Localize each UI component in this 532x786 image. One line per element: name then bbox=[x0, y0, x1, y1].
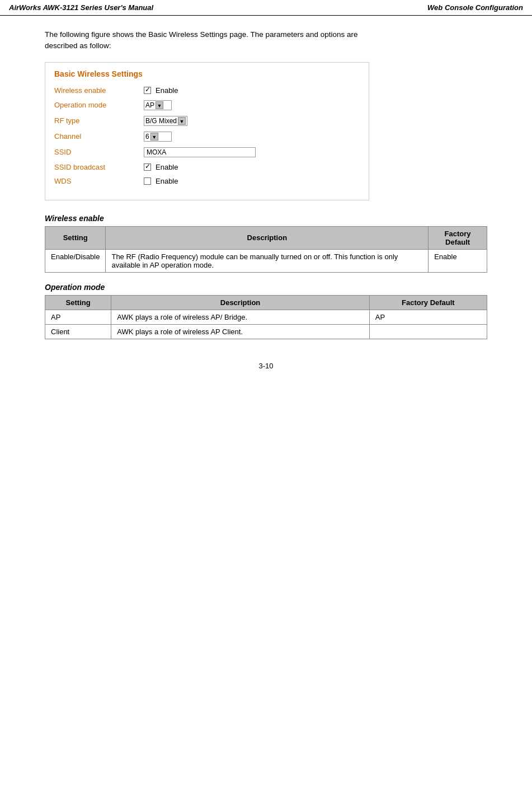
om-setting-cell: Client bbox=[45, 324, 111, 339]
ssid-row: SSID bbox=[54, 147, 360, 157]
om-description-cell: AWK plays a role of wireless AP/ Bridge. bbox=[111, 310, 370, 324]
we-col-description: Description bbox=[106, 226, 429, 249]
om-col-setting: Setting bbox=[45, 295, 111, 310]
wireless-enable-row: Wireless enable Enable bbox=[54, 86, 360, 95]
om-col-description: Description bbox=[111, 295, 370, 310]
ssid-broadcast-row: SSID broadcast Enable bbox=[54, 163, 360, 171]
wds-row: WDS Enable bbox=[54, 177, 360, 185]
wds-value: Enable bbox=[144, 177, 178, 185]
header-left: AirWorks AWK-3121 Series User's Manual bbox=[9, 3, 153, 12]
operation-mode-select[interactable]: AP ▼ bbox=[144, 100, 172, 110]
operation-mode-row: Operation mode AP ▼ bbox=[54, 100, 360, 110]
header-right: Web Console Configuration bbox=[427, 3, 523, 12]
channel-label: Channel bbox=[54, 132, 144, 141]
we-col-setting: Setting bbox=[45, 226, 106, 249]
om-header-row: Setting Description Factory Default bbox=[45, 295, 487, 310]
ssid-broadcast-checkbox[interactable] bbox=[144, 163, 151, 171]
wireless-enable-section-heading: Wireless enable bbox=[45, 214, 487, 223]
rf-type-label: RF type bbox=[54, 116, 144, 125]
rf-type-select[interactable]: B/G Mixed ▼ bbox=[144, 116, 187, 126]
we-factory-cell: Enable bbox=[429, 249, 487, 272]
om-col-factory: Factory Default bbox=[369, 295, 487, 310]
wireless-enable-text: Enable bbox=[156, 86, 178, 95]
we-col-factory: Factory Default bbox=[429, 226, 487, 249]
wds-text: Enable bbox=[156, 177, 178, 185]
om-factory-cell: AP bbox=[369, 310, 487, 324]
table-row: Enable/Disable The RF (Radio Frequency) … bbox=[45, 249, 487, 272]
operation-mode-dropdown-arrow[interactable]: ▼ bbox=[156, 101, 163, 109]
page-number: 3-10 bbox=[45, 362, 487, 370]
ssid-broadcast-value: Enable bbox=[144, 163, 178, 171]
operation-mode-select-value: AP bbox=[145, 101, 154, 109]
basic-wireless-settings-box: Basic Wireless Settings Wireless enable … bbox=[45, 62, 369, 200]
intro-paragraph: The following figure shows the Basic Wir… bbox=[45, 29, 487, 52]
wds-checkbox[interactable] bbox=[144, 177, 151, 185]
om-setting-cell: AP bbox=[45, 310, 111, 324]
ssid-broadcast-label: SSID broadcast bbox=[54, 163, 144, 171]
om-factory-cell bbox=[369, 324, 487, 339]
page-content: The following figure shows the Basic Wir… bbox=[0, 16, 532, 392]
intro-text-1: The following figure shows the Basic Wir… bbox=[45, 30, 358, 39]
operation-mode-table: Setting Description Factory Default AP A… bbox=[45, 295, 487, 339]
table-row: Client AWK plays a role of wireless AP C… bbox=[45, 324, 487, 339]
settings-box-title: Basic Wireless Settings bbox=[54, 69, 360, 78]
wireless-enable-checkbox[interactable] bbox=[144, 87, 151, 94]
ssid-value bbox=[144, 147, 256, 157]
wireless-enable-value: Enable bbox=[144, 86, 178, 95]
we-setting-cell: Enable/Disable bbox=[45, 249, 106, 272]
ssid-input[interactable] bbox=[144, 147, 256, 157]
intro-text-2: described as follow: bbox=[45, 41, 111, 50]
wireless-enable-table: Setting Description Factory Default Enab… bbox=[45, 226, 487, 273]
operation-mode-value: AP ▼ bbox=[144, 100, 172, 110]
wds-label: WDS bbox=[54, 177, 144, 185]
operation-mode-section-heading: Operation mode bbox=[45, 283, 487, 292]
ssid-broadcast-text: Enable bbox=[156, 163, 178, 171]
channel-value: 6 ▼ bbox=[144, 132, 172, 142]
channel-select-value: 6 bbox=[145, 133, 149, 141]
wireless-enable-label: Wireless enable bbox=[54, 86, 144, 95]
rf-type-dropdown-arrow[interactable]: ▼ bbox=[178, 117, 186, 125]
wireless-enable-header-row: Setting Description Factory Default bbox=[45, 226, 487, 249]
we-description-cell: The RF (Radio Frequency) module can be m… bbox=[106, 249, 429, 272]
channel-dropdown-arrow[interactable]: ▼ bbox=[150, 133, 158, 141]
channel-select[interactable]: 6 ▼ bbox=[144, 132, 172, 142]
page-header: AirWorks AWK-3121 Series User's Manual W… bbox=[0, 0, 532, 16]
rf-type-value: B/G Mixed ▼ bbox=[144, 116, 187, 126]
om-description-cell: AWK plays a role of wireless AP Client. bbox=[111, 324, 370, 339]
channel-row: Channel 6 ▼ bbox=[54, 132, 360, 142]
ssid-label: SSID bbox=[54, 148, 144, 156]
table-row: AP AWK plays a role of wireless AP/ Brid… bbox=[45, 310, 487, 324]
rf-type-row: RF type B/G Mixed ▼ bbox=[54, 116, 360, 126]
operation-mode-label: Operation mode bbox=[54, 101, 144, 109]
rf-type-select-value: B/G Mixed bbox=[145, 117, 177, 125]
